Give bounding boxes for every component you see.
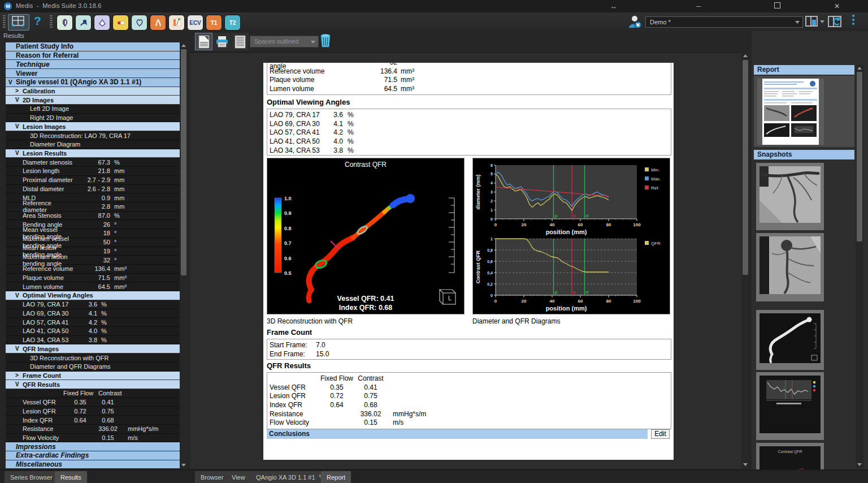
tree-measurement-row[interactable]: Diameter stenosis67.3% (6, 158, 180, 167)
tab-report[interactable]: Report (321, 471, 351, 483)
scroll-up-icon[interactable] (857, 67, 862, 70)
tree-qfr-row[interactable]: Vessel QFR0.350.41 (6, 398, 180, 407)
minimize-button[interactable]: ─ (690, 1, 707, 11)
tree-item-calibration[interactable]: >Calibration (6, 87, 180, 96)
tree-item-diameter-diagram[interactable]: Diameter Diagram (6, 140, 180, 149)
diameter-qfr-diagrams-panel[interactable]: 0204060801000123456podposition (mm)diame… (472, 158, 670, 314)
toolbar-grip[interactable] (50, 15, 53, 28)
app-icon-qtavi[interactable] (112, 15, 129, 31)
tree-item-qfr-results[interactable]: VQFR Results (6, 380, 180, 389)
snapshot-thumbnail[interactable] (756, 163, 824, 230)
snapshot-thumbnail[interactable] (756, 372, 824, 440)
layout-view-button[interactable] (8, 14, 29, 31)
extend-monitor-icon[interactable]: ↔ (605, 1, 622, 11)
app-icon-qflow[interactable] (75, 15, 92, 31)
tree-item-right-2d-image[interactable]: Right 2D Image (6, 114, 180, 123)
report-view-button[interactable] (195, 33, 212, 50)
right-panel-scrollbar[interactable] (856, 65, 863, 468)
tree-item-optimal-viewing-angles[interactable]: VOptimal Viewing Angles (6, 291, 180, 300)
maximize-button[interactable] (769, 1, 785, 11)
text-label: 26 (75, 221, 110, 228)
scroll-up-icon[interactable] (743, 54, 748, 57)
tree-qfr-row[interactable]: Index QFR0.640.68 (6, 416, 180, 425)
tree-item-miscellaneous[interactable]: Miscellaneous (6, 460, 180, 468)
tree-viewing-angle-row[interactable]: LAO 57, CRA 414.2% (6, 318, 180, 327)
layout-dropdown-caret[interactable] (820, 20, 824, 23)
sidebar-scrollbar[interactable] (180, 42, 188, 468)
tree-item-3d-reconstruction-with-qfr[interactable]: 3D Reconstruction with QFR (6, 353, 180, 363)
tree-qfr-row[interactable]: Flow Velocity0.15m/s (6, 434, 180, 443)
scroll-down-icon[interactable] (857, 463, 862, 466)
tree-viewing-angle-row[interactable]: LAO 41, CRA 504.0% (6, 327, 180, 336)
close-button[interactable]: ✕ (828, 1, 845, 11)
tree-measurement-row[interactable]: Distal diameter2.6 - 2.8mm (6, 185, 180, 194)
session-dropdown[interactable]: Demo * (645, 16, 803, 28)
delete-report-button[interactable] (320, 33, 331, 50)
contrast-qfr-3d-panel[interactable]: Contrast QFR Vessel QFR: 0.41 Index QFR:… (267, 158, 465, 314)
report-scrollbar[interactable] (741, 52, 749, 468)
tree-item-lesion-results[interactable]: VLesion Results (6, 149, 180, 158)
tree-viewing-angle-row[interactable]: LAO 69, CRA 304.1% (6, 309, 180, 318)
tree-viewing-angle-row[interactable]: LAO 79, CRA 173.6% (6, 300, 180, 309)
scroll-down-icon[interactable] (743, 463, 748, 466)
app-icon-t2[interactable]: T2 (224, 15, 241, 31)
scrollbar-thumb[interactable] (181, 49, 186, 275)
snapshot-thumbnail[interactable]: Contrast QFR (756, 443, 824, 469)
tab-view[interactable]: View (226, 471, 251, 483)
user-session-icon[interactable] (627, 14, 642, 31)
tree-measurement-row[interactable]: Reference volume136.4mm³ (6, 265, 180, 274)
tree-item-diameter-and-qfr-diagrams[interactable]: Diameter and QFR Diagrams (6, 363, 180, 372)
save-layout-button[interactable] (805, 15, 819, 31)
tree-item-impressions[interactable]: Impressions (6, 442, 180, 451)
scrollbar-thumb[interactable] (743, 60, 748, 275)
tree-item-qfr-images[interactable]: VQFR Images (6, 344, 180, 353)
reset-layout-button[interactable] (827, 15, 843, 31)
app-icon-ecv[interactable]: ECV (187, 15, 203, 31)
app-icon-qangio-xa-3d[interactable] (168, 15, 185, 31)
tree-measurement-row[interactable]: Lumen volume64.5mm³ (6, 282, 180, 291)
tree-qfr-row[interactable]: Resistance336.02mmHg*s/m (6, 425, 180, 434)
snapshot-thumbnail[interactable] (756, 310, 824, 370)
scroll-down-icon[interactable] (181, 464, 186, 467)
tree-measurement-row[interactable]: Plaque volume71.5mm³ (6, 274, 180, 283)
tree-qfr-row[interactable]: Lesion QFR0.720.75 (6, 407, 180, 416)
tree-measurement-row[interactable]: Reference diameter2.8mm (6, 202, 180, 212)
tree-viewing-angle-row[interactable]: LAO 34, CRA 533.8% (6, 336, 180, 345)
tree-item-reason-for-referral[interactable]: Reason for Referral (6, 51, 180, 61)
more-menu-button[interactable] (852, 15, 854, 25)
edit-conclusions-button[interactable]: Edit (651, 429, 670, 439)
text-view-button[interactable] (231, 33, 249, 50)
tree-measurement-row[interactable]: Lesion length21.8mm (6, 167, 180, 176)
tree-item-patient-study-info[interactable]: Patient Study Info (6, 42, 180, 51)
report-thumbnail[interactable] (757, 79, 824, 145)
tree-item-single-vessel-01-qangio-xa-3d-1-1-1-[interactable]: VSingle vessel 01 (QAngio XA 3D 1.1 #1) (6, 78, 180, 87)
tree-item-left-2d-image[interactable]: Left 2D Image (6, 105, 180, 114)
tree-qfr-column-header[interactable]: Fixed FlowContrast (6, 389, 180, 398)
spaces-dropdown[interactable]: Spaces outlined (250, 36, 319, 48)
snapshot-thumbnail[interactable] (756, 233, 824, 301)
tree-item-extra-cardiac-findings[interactable]: Extra-cardiac Findings (6, 451, 180, 460)
tree-item-2d-images[interactable]: V2D Images (6, 96, 180, 105)
tree-item-technique[interactable]: Technique (6, 60, 180, 69)
tree-measurement-row[interactable]: Area Stenosis87.0% (6, 212, 180, 221)
app-icon-t1[interactable]: T1 (206, 15, 222, 31)
toolbar-grip[interactable] (3, 15, 6, 28)
tab-series-browser[interactable]: Series Browser (5, 471, 58, 483)
tree-item-viewer[interactable]: Viewer (6, 69, 180, 78)
print-report-button[interactable] (213, 33, 231, 50)
tab-browser[interactable]: Browser (195, 471, 229, 483)
tree-item-lesion-images[interactable]: VLesion Images (6, 122, 180, 131)
tab-results[interactable]: Results (55, 471, 87, 483)
tree-item-frame-count[interactable]: >Frame Count (6, 372, 180, 381)
scroll-up-icon[interactable] (181, 44, 186, 47)
app-icon-qangio-ct[interactable] (131, 15, 147, 31)
tree-measurement-row[interactable]: Maximum lesion bending angle32° (6, 256, 180, 265)
tree-measurement-row[interactable]: Proximal diameter2.7 - 2.9mm (6, 176, 180, 185)
tab-qangio-xa-3d[interactable]: QAngio XA 3D 1.1 #1 ✎ (250, 471, 329, 483)
app-icon-qangio-xa[interactable] (150, 15, 166, 31)
app-icon-qmass[interactable] (57, 15, 73, 31)
app-icon-3dview[interactable] (94, 15, 110, 31)
help-button[interactable]: ? (34, 14, 41, 28)
tree-item-3d-reconstruction-lao-79-cra-17[interactable]: 3D Reconstruction: LAO 79, CRA 17 (6, 131, 180, 140)
scrollbar-thumb[interactable] (857, 72, 862, 241)
